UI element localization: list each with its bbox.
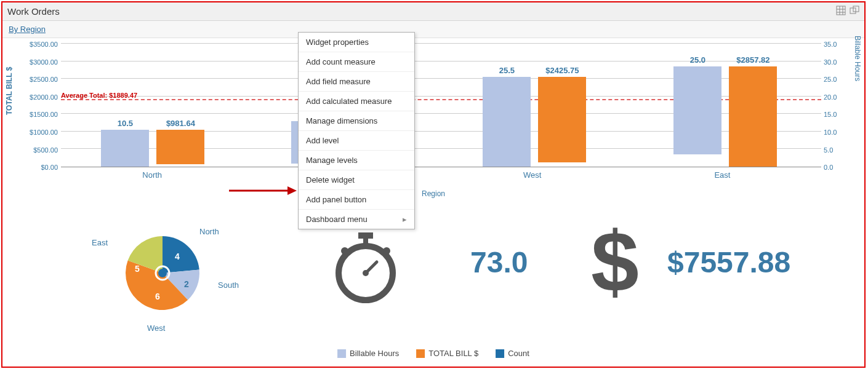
bar-value: $2425.75 xyxy=(545,66,579,75)
menu-item-label: Manage levels xyxy=(306,156,358,165)
svg-point-13 xyxy=(383,247,390,255)
bar-value: $981.64 xyxy=(166,119,195,128)
legend: Billable Hours TOTAL BILL $ Count xyxy=(337,349,529,358)
bar-bill[interactable]: $2857.82 xyxy=(729,66,777,167)
kpi-dollar-value: $7557.88 xyxy=(667,245,790,279)
y-right-ticks: 0.0 5.0 10.0 15.0 20.0 25.0 30.0 35.0 xyxy=(824,44,846,167)
pie-val-east: 5 xyxy=(135,264,140,274)
grid-icon[interactable] xyxy=(836,6,846,17)
stopwatch-icon xyxy=(329,230,403,306)
x-axis-label: Region xyxy=(422,189,445,198)
tick: $0.00 xyxy=(21,164,58,171)
kpi-row: North South West East 4 2 6 5 73.0 xyxy=(2,212,864,335)
legend-label: TOTAL BILL $ xyxy=(428,349,478,358)
menu-item-add-field-measure[interactable]: Add field measure xyxy=(299,72,414,92)
menu-item-add-panel-button[interactable]: Add panel button xyxy=(299,190,414,210)
annotation-arrow-icon xyxy=(229,184,297,197)
menu-item-label: Add field measure xyxy=(306,77,371,86)
menu-item-label: Add panel button xyxy=(306,195,366,204)
panel-titlebar: Work Orders xyxy=(2,2,864,21)
legend-swatch xyxy=(337,349,346,358)
menu-item-label: Add calculated measure xyxy=(306,97,392,106)
tick: 15.0 xyxy=(824,111,846,118)
menu-item-add-level[interactable]: Add level xyxy=(299,131,414,151)
tab-by-region[interactable]: By Region xyxy=(9,25,46,34)
legend-swatch xyxy=(416,349,425,358)
pie-label-north: North xyxy=(199,227,219,236)
bar-group-west: 25.5 $2425.75 xyxy=(473,77,596,167)
menu-item-add-count-measure[interactable]: Add count measure xyxy=(299,52,414,72)
bar-value: 25.5 xyxy=(499,66,515,75)
menu-item-manage-dimensions[interactable]: Manage dimensions xyxy=(299,111,414,131)
menu-item-add-calculated-measure[interactable]: Add calculated measure xyxy=(299,92,414,111)
bar-group-north: 10.5 $981.64 xyxy=(91,130,214,167)
tick: $2000.00 xyxy=(21,93,58,101)
popout-icon[interactable] xyxy=(850,6,859,17)
pie-val-south: 2 xyxy=(184,279,189,289)
menu-item-widget-properties[interactable]: Widget properties xyxy=(299,33,414,52)
y-left-axis-label: TOTAL BILL $ xyxy=(5,67,14,115)
menu-item-label: Widget properties xyxy=(306,38,369,47)
menu-item-label: Add level xyxy=(306,136,339,145)
pie-slice-north[interactable] xyxy=(163,236,199,273)
bar-chart: TOTAL BILL $ Billable Hours Region $0.00… xyxy=(2,38,864,198)
cat-label: West xyxy=(523,170,541,180)
kpi-hours-value: 73.0 xyxy=(470,245,528,279)
bar-group-east: 25.0 $2857.82 xyxy=(664,66,787,167)
tick: $500.00 xyxy=(21,146,58,154)
bar-hours[interactable]: 10.5 xyxy=(101,130,149,167)
cat-label: North xyxy=(142,170,162,180)
bar-hours[interactable]: 25.0 xyxy=(673,66,721,154)
context-menu: Widget properties Add count measure Add … xyxy=(298,32,415,229)
svg-line-11 xyxy=(366,262,377,273)
menu-item-delete-widget[interactable]: Delete widget xyxy=(299,170,414,190)
pie-val-north: 4 xyxy=(175,252,180,261)
bar-bill[interactable]: $2425.75 xyxy=(538,77,586,162)
panel-title: Work Orders xyxy=(7,6,60,17)
tick: $1500.00 xyxy=(21,111,58,118)
svg-text:$: $ xyxy=(591,224,639,310)
tick: $1000.00 xyxy=(21,129,58,136)
menu-item-manage-levels[interactable]: Manage levels xyxy=(299,151,414,170)
menu-item-label: Delete widget xyxy=(306,175,355,184)
bar-value: 25.0 xyxy=(690,55,705,65)
y-right-axis-label: Billable Hours xyxy=(853,36,862,81)
menu-item-label: Add count measure xyxy=(306,57,376,66)
pie-chart[interactable]: North South West East 4 2 6 5 xyxy=(82,218,267,335)
legend-label: Billable Hours xyxy=(350,349,399,358)
y-left-ticks: $0.00 $500.00 $1000.00 $1500.00 $2000.00… xyxy=(21,44,58,167)
tick: $3000.00 xyxy=(21,58,58,66)
tick: $3500.00 xyxy=(21,41,58,48)
gridline xyxy=(61,43,821,44)
tick: $2500.00 xyxy=(21,76,58,83)
chevron-right-icon: ▸ xyxy=(403,215,407,224)
svg-point-12 xyxy=(341,247,348,255)
bar-hours[interactable]: 25.5 xyxy=(483,77,531,167)
tick: 35.0 xyxy=(824,41,846,48)
tick: 20.0 xyxy=(824,93,846,101)
panel-tabbar: By Region xyxy=(2,21,864,38)
dollar-icon: $ xyxy=(581,224,649,312)
legend-item[interactable]: Count xyxy=(496,349,529,358)
legend-item[interactable]: TOTAL BILL $ xyxy=(416,349,478,358)
cat-label: East xyxy=(714,170,730,180)
menu-item-dashboard-menu[interactable]: Dashboard menu ▸ xyxy=(299,210,414,229)
tick: 30.0 xyxy=(824,58,846,66)
tick: 10.0 xyxy=(824,129,846,136)
avg-reference-label: Average Total: $1889.47 xyxy=(61,92,137,99)
plot-area[interactable]: Average Total: $1889.47 10.5 $981.64 25.… xyxy=(61,44,821,167)
tick: 5.0 xyxy=(824,146,846,154)
pie-val-west: 6 xyxy=(155,292,160,301)
svg-rect-8 xyxy=(363,239,368,244)
svg-marker-16 xyxy=(287,186,297,195)
bar-bill[interactable]: $981.64 xyxy=(156,130,204,164)
pie-center-dot xyxy=(158,269,167,277)
panel-title-icons xyxy=(836,6,859,17)
bar-value: 10.5 xyxy=(118,119,133,128)
svg-rect-7 xyxy=(358,232,373,239)
gridline xyxy=(61,61,821,62)
legend-item[interactable]: Billable Hours xyxy=(337,349,399,358)
pie-label-west: West xyxy=(147,323,165,333)
pie-label-east: East xyxy=(92,238,108,247)
bar-value: $2857.82 xyxy=(736,55,770,65)
